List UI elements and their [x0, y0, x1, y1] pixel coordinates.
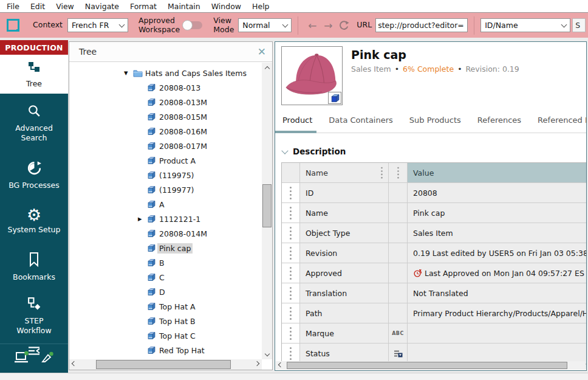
attribute-name: Revision [300, 243, 389, 263]
expand-arrow[interactable]: ▶ [138, 216, 147, 222]
menu-item[interactable]: Navigate [80, 1, 125, 12]
tree-item[interactable]: ▼ Hats and Caps Sales Items [69, 66, 262, 80]
column-menu-icon[interactable] [381, 170, 383, 172]
attribute-value-cell[interactable] [408, 323, 587, 343]
product-cube-icon [147, 171, 156, 179]
name-column-header: Name [306, 168, 328, 178]
tree-item[interactable]: Red Top Hat [69, 343, 262, 358]
scroll-right-arrow[interactable] [252, 359, 262, 370]
tree-item[interactable]: B [69, 255, 262, 270]
row-drag-handle[interactable] [282, 323, 300, 343]
scroll-left-arrow[interactable] [69, 359, 79, 370]
scrollbar-thumb[interactable] [96, 360, 231, 369]
tree-view: ▼ Hats and Caps Sales Items [69, 63, 262, 359]
table-row: Marque ABC [282, 323, 587, 344]
close-icon[interactable]: ✕ [258, 47, 266, 57]
attribute-value-cell[interactable]: Not Translated [408, 283, 587, 303]
attribute-value-cell[interactable]: 20808 [408, 183, 587, 202]
scroll-up-arrow[interactable] [262, 63, 272, 72]
tree-item[interactable]: Top Hat C [69, 328, 262, 343]
tree-item[interactable]: 20808-013 [69, 80, 262, 95]
scrollbar-thumb[interactable] [287, 362, 567, 369]
sidebar-item-tree[interactable]: Tree [0, 55, 68, 94]
sidebar-item-bookmarks[interactable]: Bookmarks [0, 252, 68, 282]
status-bar [0, 373, 588, 380]
view-mode-select[interactable]: Normal [238, 18, 292, 32]
tree-item[interactable]: D [69, 285, 262, 299]
tree-item[interactable]: (119975) [69, 168, 262, 182]
url-input[interactable]: step://product?editor= [375, 18, 468, 32]
search-input[interactable]: S [572, 18, 586, 32]
scroll-left-arrow[interactable] [276, 361, 285, 371]
chevron-expanded-icon: ▼ [124, 70, 128, 76]
sidebar-item-step-workflow[interactable]: STEP Workflow [0, 296, 68, 335]
back-button[interactable]: ← [304, 18, 320, 33]
scroll-down-arrow[interactable] [262, 350, 272, 359]
tab[interactable]: Data Containers [329, 116, 392, 133]
menu-bar: FileEditViewNavigateFormatMaintainWindow… [0, 0, 588, 13]
tree-item[interactable]: (119977) [69, 182, 262, 197]
tree-item[interactable]: 20808-013M [69, 95, 262, 109]
tree-item[interactable]: 20808-015M [69, 109, 262, 124]
approved-workspace-toggle[interactable] [183, 21, 202, 29]
menu-item[interactable]: View [50, 1, 80, 12]
tree-item[interactable]: A [69, 197, 262, 212]
attribute-value-cell[interactable]: Last Approved on Mon Jan 04 09:57:27 ES [408, 263, 587, 283]
tab[interactable]: Product [282, 116, 312, 133]
tree-item[interactable]: C [69, 270, 262, 285]
tree-item[interactable]: 20808-014M [69, 226, 262, 241]
row-drag-handle[interactable] [282, 183, 300, 202]
forward-button[interactable]: → [320, 18, 336, 33]
tree-item[interactable]: Pink cap [69, 241, 262, 255]
column-menu-icon[interactable] [397, 170, 399, 172]
tree-vertical-scrollbar[interactable] [262, 63, 272, 359]
attribute-name: ID [300, 183, 389, 202]
text-type-icon: ABC [392, 331, 404, 336]
product-thumbnail[interactable] [281, 46, 343, 105]
revision-text: Revision: 0.19 [466, 64, 519, 74]
tab[interactable]: References [477, 116, 521, 133]
detail-header: Pink cap Sales Item • 6% Complete • Revi… [275, 42, 586, 105]
menu-item[interactable]: Help [247, 1, 275, 12]
tree-panel-header: Tree ✕ [69, 42, 272, 62]
row-drag-handle[interactable] [282, 203, 300, 223]
refresh-button[interactable] [336, 18, 352, 33]
attribute-value-cell[interactable]: Primary Product Hierarchy/Products/Appar… [408, 303, 587, 323]
attribute-value-cell[interactable]: Sales Item [408, 223, 587, 243]
menu-item[interactable]: Window [206, 1, 247, 12]
sidebar-item-system-setup[interactable]: ⚙ System Setup [0, 208, 68, 235]
tree-horizontal-scrollbar[interactable] [69, 359, 262, 370]
sidebar-item-bg-processes[interactable]: BG Processes [0, 161, 68, 190]
tree-item[interactable]: ▶ 1112121-1 [69, 212, 262, 226]
expand-arrow[interactable]: ▼ [124, 70, 133, 76]
attribute-value-cell[interactable]: 0.19 Last edited by USER5 on Fri Jan 03 … [408, 243, 587, 263]
menu-item[interactable]: Format [125, 1, 162, 12]
chevron-down-icon [282, 21, 289, 27]
tree-item[interactable]: Top Hat A [69, 299, 262, 314]
row-drag-handle[interactable] [282, 243, 300, 263]
tab[interactable]: Referenced By [538, 116, 587, 133]
tree-item[interactable]: Product A [69, 153, 262, 168]
tab[interactable]: Sub Products [409, 116, 461, 133]
tree-icon [27, 60, 41, 77]
row-drag-handle[interactable] [282, 223, 300, 243]
editor-status-button[interactable] [40, 351, 55, 366]
menu-item[interactable]: File [1, 1, 25, 12]
client-status-button[interactable] [14, 351, 29, 366]
sidebar-item-advanced-search[interactable]: Advanced Search [0, 103, 68, 142]
laptop-icon [14, 351, 29, 364]
detail-horizontal-scrollbar[interactable] [276, 361, 586, 370]
row-drag-handle[interactable] [282, 263, 300, 283]
row-drag-handle[interactable] [282, 303, 300, 323]
row-drag-handle[interactable] [282, 283, 300, 303]
tree-item[interactable]: 20808-017M [69, 139, 262, 153]
attribute-value-cell[interactable]: Pink cap [408, 203, 587, 223]
id-name-select[interactable]: ID/Name [480, 18, 570, 32]
context-select[interactable]: French FR [67, 18, 128, 32]
menu-item[interactable]: Maintain [162, 1, 206, 12]
tree-item[interactable]: 20808-016M [69, 124, 262, 139]
tree-item[interactable]: Top Hat B [69, 314, 262, 328]
scrollbar-thumb[interactable] [262, 184, 272, 227]
menu-item[interactable]: Edit [25, 1, 50, 12]
description-section-header[interactable]: Description [282, 147, 586, 156]
